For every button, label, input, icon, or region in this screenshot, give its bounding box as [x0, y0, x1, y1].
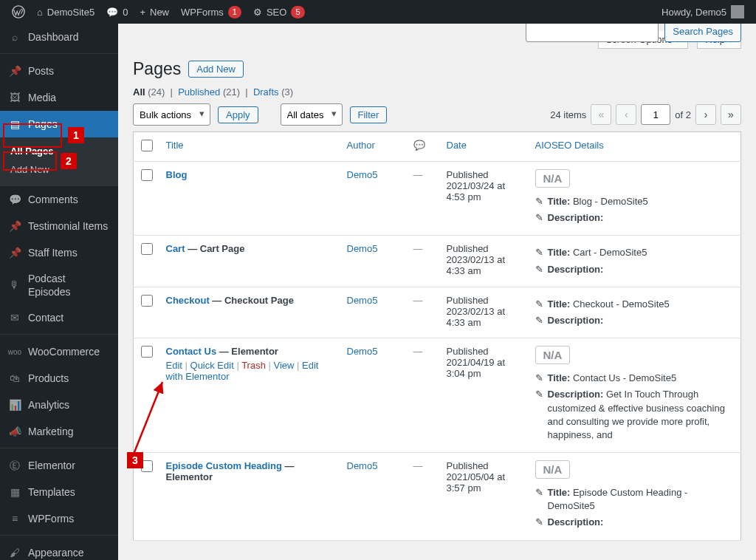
- submenu-all-pages[interactable]: All Pages: [0, 142, 118, 160]
- status-filters: All (24) | Published (21) | Drafts (3): [133, 86, 741, 98]
- menu-appearance[interactable]: 🖌Appearance: [0, 539, 118, 560]
- row-title-link[interactable]: Blog: [166, 169, 188, 180]
- filter-drafts[interactable]: Drafts (3): [253, 86, 293, 98]
- menu-elementor[interactable]: ⒺElementor: [0, 452, 118, 479]
- menu-testimonial[interactable]: 📌Testimonial Items: [0, 213, 118, 239]
- col-date[interactable]: Date: [447, 140, 467, 151]
- wp-logo[interactable]: [6, 0, 31, 24]
- seo-title: Checkout - DemoSite5: [573, 298, 670, 310]
- menu-products[interactable]: 🛍Products: [0, 365, 118, 392]
- row-checkbox[interactable]: [141, 169, 153, 181]
- row-actions: Edit | Quick Edit | Trash | View | Edit …: [166, 360, 332, 382]
- col-comments[interactable]: 💬: [406, 132, 439, 162]
- add-new-button[interactable]: Add New: [188, 61, 244, 78]
- filter-all[interactable]: All (24): [133, 86, 165, 98]
- row-title-link[interactable]: Episode Custom Heading: [166, 460, 282, 471]
- action-trash[interactable]: Trash: [241, 360, 266, 371]
- table-row: Cart — Cart PageDemo5—Published2023/02/1…: [134, 236, 741, 287]
- row-author[interactable]: Demo5: [347, 243, 378, 254]
- select-all-checkbox[interactable]: [141, 140, 153, 151]
- row-comments: —: [413, 243, 423, 254]
- bar-comments[interactable]: 💬0: [100, 0, 134, 24]
- menu-media[interactable]: 🖾Media: [0, 84, 118, 111]
- wordpress-icon: [12, 5, 25, 18]
- menu-woocommerce[interactable]: wooWooCommerce: [0, 338, 118, 365]
- search-pages-button[interactable]: Search Pages: [664, 24, 741, 42]
- seo-title: Cart - DemoSite5: [573, 247, 647, 258]
- table-row: BlogDemo5—Published2021/03/24 at 4:53 pm…: [134, 162, 741, 236]
- menu-staff[interactable]: 📌Staff Items: [0, 239, 118, 266]
- howdy-user[interactable]: Howdy, Demo5: [656, 0, 750, 24]
- search-input[interactable]: [526, 24, 659, 42]
- menu-podcast[interactable]: 🎙Podcast Episodes: [0, 266, 118, 304]
- bulk-actions-select[interactable]: Bulk actions: [133, 103, 210, 126]
- menu-pages[interactable]: ▤Pages: [0, 111, 118, 137]
- seo-title: Contact Us - DemoSite5: [573, 372, 676, 383]
- row-title-link[interactable]: Checkout: [166, 295, 210, 306]
- menu-analytics[interactable]: 📊Analytics: [0, 392, 118, 418]
- menu-contact[interactable]: ✉Contact: [0, 304, 118, 331]
- pencil-icon: ✎: [535, 298, 543, 311]
- row-checkbox[interactable]: [141, 295, 153, 307]
- pager-current[interactable]: [641, 104, 670, 125]
- dashboard-icon: ⌕: [7, 30, 22, 44]
- megaphone-icon: 📣: [7, 424, 22, 439]
- wpforms-badge: 1: [228, 6, 241, 18]
- row-title-link[interactable]: Contact Us: [166, 346, 217, 357]
- menu-wpforms[interactable]: ≡WPForms: [0, 505, 118, 532]
- pencil-icon: ✎: [535, 372, 543, 385]
- brush-icon: 🖌: [7, 545, 22, 560]
- row-author[interactable]: Demo5: [347, 460, 378, 471]
- action-view[interactable]: View: [274, 360, 295, 371]
- menu-marketing[interactable]: 📣Marketing: [0, 418, 118, 445]
- row-checkbox[interactable]: [141, 346, 153, 358]
- pager-of: of 2: [675, 109, 691, 120]
- col-aioseo: AIOSEO Details: [528, 132, 741, 162]
- action-edit[interactable]: Edit: [166, 360, 182, 371]
- pager-next[interactable]: ›: [695, 104, 716, 125]
- pager-last[interactable]: »: [721, 104, 741, 125]
- row-date-status: Published: [447, 346, 489, 357]
- filter-published[interactable]: Published (21): [178, 86, 240, 98]
- items-count: 24 items: [550, 109, 586, 120]
- pager-prev[interactable]: ‹: [616, 104, 636, 125]
- bar-seo[interactable]: ⚙SEO5: [247, 0, 311, 24]
- page-heading: Pages: [133, 59, 181, 79]
- annotation-number-3: 3: [127, 452, 143, 468]
- pencil-icon: ✎: [535, 195, 543, 208]
- row-checkbox[interactable]: [141, 243, 153, 255]
- filter-button[interactable]: Filter: [350, 106, 388, 123]
- bar-wpforms[interactable]: WPForms1: [175, 0, 247, 24]
- comment-icon: 💬: [106, 7, 118, 18]
- pin-icon: 📌: [7, 219, 22, 233]
- annotation-number-2: 2: [61, 153, 77, 169]
- pencil-icon: ✎: [535, 263, 543, 276]
- annotation-arrow: [126, 375, 170, 463]
- mic-icon: 🎙: [7, 278, 22, 293]
- date-filter-select[interactable]: All dates: [281, 103, 343, 126]
- row-author[interactable]: Demo5: [347, 346, 378, 357]
- row-author[interactable]: Demo5: [347, 295, 378, 306]
- row-comments: —: [413, 460, 423, 471]
- comment-icon: 💬: [7, 192, 22, 207]
- submenu-add-new[interactable]: Add New: [0, 160, 118, 179]
- menu-dashboard[interactable]: ⌕Dashboard: [0, 24, 118, 50]
- pager-first[interactable]: «: [591, 104, 611, 125]
- admin-sidebar: ⌕Dashboard 📌Posts 🖾Media ▤Pages All Page…: [0, 24, 118, 560]
- comment-icon: 💬: [413, 140, 425, 151]
- menu-templates[interactable]: ▦Templates: [0, 479, 118, 505]
- row-date-status: Published: [447, 243, 489, 254]
- admin-bar: ⌂DemoSite5 💬0 +New WPForms1 ⚙SEO5 Howdy,…: [0, 0, 756, 24]
- row-title-link[interactable]: Cart: [166, 243, 185, 254]
- row-author[interactable]: Demo5: [347, 169, 378, 180]
- apply-button[interactable]: Apply: [218, 106, 258, 123]
- col-title[interactable]: Title: [166, 140, 184, 151]
- menu-comments[interactable]: 💬Comments: [0, 186, 118, 213]
- row-date: 2021/03/24 at 4:53 pm: [447, 180, 506, 202]
- menu-posts[interactable]: 📌Posts: [0, 58, 118, 84]
- bar-new[interactable]: +New: [134, 0, 175, 24]
- seo-icon: ⚙: [253, 7, 262, 18]
- row-comments: —: [413, 169, 423, 180]
- action-quick-edit[interactable]: Quick Edit: [190, 360, 234, 371]
- site-name[interactable]: ⌂DemoSite5: [31, 0, 100, 24]
